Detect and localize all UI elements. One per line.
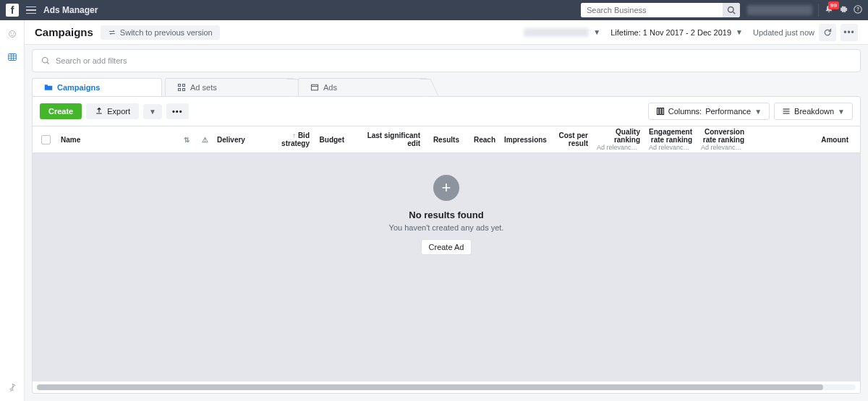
create-label: Create xyxy=(48,107,73,116)
col-sort-icon[interactable]: ⇅ xyxy=(179,136,194,144)
svg-point-6 xyxy=(13,33,14,34)
search-icon xyxy=(41,56,50,65)
svg-line-1 xyxy=(733,12,735,14)
ads-icon xyxy=(310,83,319,92)
account-name-redacted[interactable] xyxy=(747,5,812,15)
titlebar: Campaigns Switch to previous version ▼ L… xyxy=(25,20,868,45)
col-warning-icon[interactable]: ⚠ xyxy=(194,136,213,144)
gear-icon xyxy=(839,5,848,14)
svg-rect-21 xyxy=(660,108,661,115)
col-conversion-ranking[interactable]: Conversion rate ranking Ad relevance dia… xyxy=(697,128,749,151)
folder-icon xyxy=(44,83,53,92)
columns-label: Columns: xyxy=(668,107,702,116)
tab-campaigns[interactable]: Campaigns xyxy=(32,78,162,96)
date-range-label: Lifetime: 1 Nov 2017 - 2 Dec 2019 xyxy=(610,28,731,37)
updated-label: Updated just now xyxy=(753,28,814,37)
columns-button[interactable]: Columns: Performance ▼ xyxy=(648,103,770,120)
col-impressions[interactable]: Impressions xyxy=(500,136,550,144)
tab-adsets[interactable]: Ad sets xyxy=(165,78,295,96)
scrollbar-thumb[interactable] xyxy=(37,384,823,390)
empty-subtitle: You haven't created any ads yet. xyxy=(389,223,504,232)
notification-badge: 99 xyxy=(828,1,839,9)
col-quality-ranking[interactable]: Quality ranking Ad relevance dia... xyxy=(592,128,644,151)
switch-version-button[interactable]: Switch to previous version xyxy=(101,25,220,40)
tabs: Campaigns Ad sets Ads xyxy=(32,78,861,96)
caret-icon: ▼ xyxy=(149,108,156,116)
svg-rect-14 xyxy=(179,85,181,87)
tab-label: Ad sets xyxy=(190,83,217,92)
col-bid-strategy[interactable]: ↑Bid strategy xyxy=(263,131,314,147)
content-panel: Create Export ▼ ••• Columns: Performance… xyxy=(32,96,861,394)
caret-icon: ▼ xyxy=(754,108,762,116)
search-wrap xyxy=(581,3,740,17)
refresh-icon xyxy=(823,28,832,37)
svg-text:?: ? xyxy=(856,7,859,12)
horizontal-scrollbar[interactable] xyxy=(37,384,856,390)
breakdown-button[interactable]: Breakdown ▼ xyxy=(774,103,853,120)
breakdown-label: Breakdown xyxy=(794,107,834,116)
toolbar-more-button[interactable]: ••• xyxy=(166,103,189,119)
select-all-checkbox[interactable] xyxy=(41,135,51,145)
col-reach[interactable]: Reach xyxy=(464,136,500,144)
search-input[interactable] xyxy=(581,3,723,17)
account-selector-redacted[interactable] xyxy=(524,28,589,37)
table-header: Name ⇅ ⚠ Delivery ↑Bid strategy Budget L… xyxy=(33,126,860,153)
rail-smiley-icon[interactable] xyxy=(6,27,19,40)
col-results[interactable]: Results xyxy=(425,136,464,144)
col-delivery[interactable]: Delivery xyxy=(213,136,263,144)
svg-point-0 xyxy=(728,7,734,13)
create-ad-button[interactable]: Create Ad xyxy=(421,239,472,255)
search-button[interactable] xyxy=(723,3,740,17)
search-icon xyxy=(727,6,736,14)
switch-icon xyxy=(108,28,116,37)
svg-rect-15 xyxy=(183,85,185,87)
switch-label: Switch to previous version xyxy=(120,28,213,37)
facebook-logo[interactable]: f xyxy=(6,4,19,17)
more-options-button[interactable]: ••• xyxy=(841,24,858,41)
export-label: Export xyxy=(107,107,130,116)
sort-arrow-icon: ↑ xyxy=(292,131,296,139)
rail-pin-icon[interactable] xyxy=(6,381,19,394)
menu-icon[interactable] xyxy=(26,5,36,15)
tab-label: Ads xyxy=(323,83,337,92)
export-button[interactable]: Export xyxy=(86,103,139,119)
account-caret-icon[interactable]: ▼ xyxy=(593,28,600,36)
empty-title: No results found xyxy=(409,210,483,220)
help-icon: ? xyxy=(854,5,862,14)
tab-label: Campaigns xyxy=(57,83,100,92)
col-amount[interactable]: Amount xyxy=(749,136,853,144)
updated-status: Updated just now xyxy=(753,28,814,37)
svg-line-13 xyxy=(47,62,48,64)
create-button[interactable]: Create xyxy=(40,103,82,119)
svg-rect-22 xyxy=(662,108,663,115)
export-dropdown-button[interactable]: ▼ xyxy=(143,104,162,119)
col-name[interactable]: Name xyxy=(56,136,179,144)
adsets-icon xyxy=(177,83,186,92)
tab-ads[interactable]: Ads xyxy=(298,78,428,96)
left-rail xyxy=(0,20,25,401)
table-body: + No results found You haven't created a… xyxy=(33,153,860,381)
svg-rect-7 xyxy=(8,54,16,61)
svg-rect-20 xyxy=(657,108,658,115)
col-cost-per-result[interactable]: Cost per result xyxy=(550,131,592,147)
columns-icon xyxy=(656,107,665,116)
filter-placeholder: Search or add filters xyxy=(56,56,127,65)
separator xyxy=(818,4,819,17)
plus-circle-icon: + xyxy=(433,175,459,201)
rail-table-icon[interactable] xyxy=(6,51,19,64)
date-range-selector[interactable]: Lifetime: 1 Nov 2017 - 2 Dec 2019 ▼ xyxy=(610,28,743,37)
col-budget[interactable]: Budget xyxy=(314,136,349,144)
svg-point-5 xyxy=(10,33,11,34)
more-icon: ••• xyxy=(843,27,855,38)
settings-button[interactable] xyxy=(839,5,848,16)
col-engagement-ranking[interactable]: Engagement rate ranking Ad relevance dia… xyxy=(644,128,697,151)
notifications-button[interactable]: 99 xyxy=(825,5,833,16)
filter-bar[interactable]: Search or add filters xyxy=(32,49,861,72)
refresh-button[interactable] xyxy=(819,24,836,41)
more-icon: ••• xyxy=(172,107,183,116)
col-last-edit[interactable]: Last significant edit xyxy=(349,131,425,147)
svg-point-4 xyxy=(9,31,15,38)
toolbar: Create Export ▼ ••• Columns: Performance… xyxy=(33,97,860,126)
help-button[interactable]: ? xyxy=(854,5,862,16)
breakdown-icon xyxy=(782,107,791,116)
